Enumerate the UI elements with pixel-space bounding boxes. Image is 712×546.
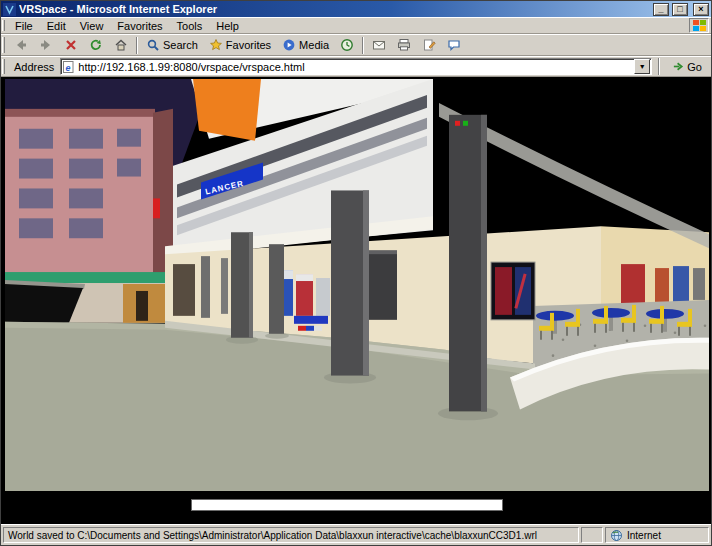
pink-building [5,109,173,326]
menu-edit[interactable]: Edit [40,19,73,33]
search-icon [146,38,160,52]
media-icon [282,38,296,52]
status-message-pane: World saved to C:\Documents and Settings… [3,527,579,543]
media-label: Media [299,39,329,51]
windows-logo-icon [692,19,707,32]
refresh-button[interactable] [84,36,108,55]
red-vertical-sign [153,198,160,218]
menu-help[interactable]: Help [209,19,246,33]
forward-button[interactable] [34,36,58,55]
favorites-star-icon [209,38,223,52]
discuss-bubble-icon [447,38,461,52]
maximize-button[interactable]: □ [672,3,688,16]
vr-viewport: LANCER [1,77,711,524]
menu-favorites[interactable]: Favorites [110,19,169,33]
edit-button[interactable] [417,36,441,55]
addressbar-grip[interactable] [2,59,5,74]
favorites-label: Favorites [226,39,271,51]
mail-button[interactable] [367,36,391,55]
menu-tools[interactable]: Tools [170,19,210,33]
browser-window: VRSpace - Microsoft Internet Explorer _ … [0,0,712,546]
security-zone-pane: Internet [605,527,709,543]
status-text: World saved to C:\Documents and Settings… [8,530,537,541]
history-button[interactable] [335,36,359,55]
vr-scene[interactable]: LANCER [5,79,709,491]
address-dropdown-button[interactable]: ▼ [634,59,650,74]
home-button[interactable] [109,36,133,55]
refresh-icon [89,38,103,52]
edit-pencil-icon [422,38,436,52]
menubar-grip[interactable] [2,20,5,32]
back-icon [14,38,28,52]
address-bar: Address e ▼ Go [1,56,711,77]
print-button[interactable] [392,36,416,55]
poster [673,266,689,302]
toolbar-grip[interactable] [2,37,5,53]
internet-globe-icon [610,529,623,542]
address-input[interactable] [78,60,631,73]
discuss-button[interactable] [442,36,466,55]
title-bar: VRSpace - Microsoft Internet Explorer _ … [1,1,711,17]
menu-file[interactable]: File [8,19,40,33]
minimize-button[interactable]: _ [653,3,669,16]
page-icon: e [62,60,75,74]
search-button[interactable]: Search [141,36,203,55]
mail-icon [372,38,386,52]
go-arrow-icon [672,60,685,73]
close-button[interactable]: × [693,3,709,16]
status-spacer-pane [581,527,603,543]
toolbar-separator [362,37,364,54]
zone-label: Internet [627,530,661,541]
print-icon [397,38,411,52]
history-clock-icon [340,38,354,52]
poster-display [491,262,535,320]
menu-view[interactable]: View [73,19,111,33]
home-icon [114,38,128,52]
poster [655,268,669,302]
status-bar: World saved to C:\Documents and Settings… [1,524,711,545]
stop-button[interactable] [59,36,83,55]
go-label: Go [687,61,702,73]
go-button[interactable]: Go [666,57,708,76]
stop-icon [64,38,78,52]
throbber [689,18,709,33]
search-label: Search [163,39,198,51]
toolbar-separator [136,37,138,54]
menu-bar: File Edit View Favorites Tools Help [1,17,711,34]
vrspace-app-icon[interactable] [3,3,16,16]
loading-progress-bar [191,499,503,511]
address-separator [658,58,660,75]
back-button[interactable] [9,36,33,55]
address-field: e ▼ [60,58,652,75]
media-button[interactable]: Media [277,36,334,55]
toolbar: Search Favorites Media [1,34,711,56]
svg-text:e: e [66,62,71,72]
favorites-button[interactable]: Favorites [204,36,276,55]
window-title: VRSpace - Microsoft Internet Explorer [19,3,650,15]
forward-icon [39,38,53,52]
address-label: Address [12,61,56,73]
